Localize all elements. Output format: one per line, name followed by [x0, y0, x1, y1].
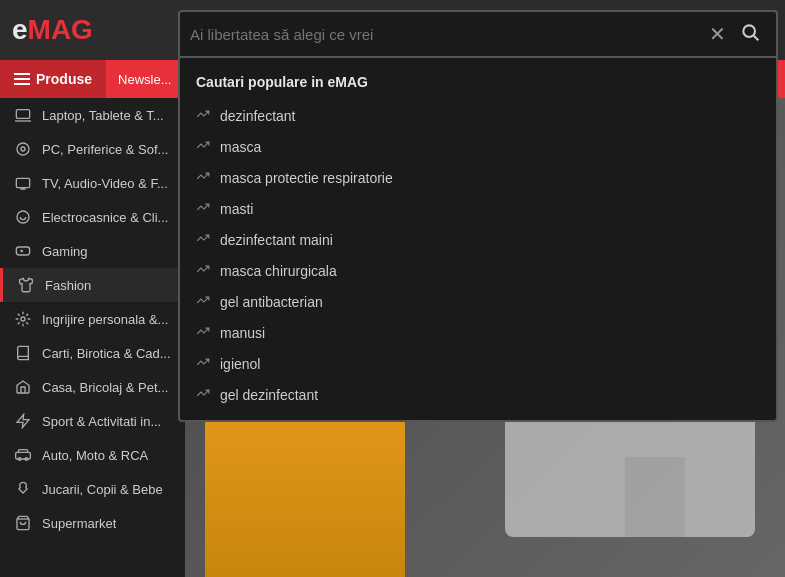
- pc-icon: [14, 140, 32, 158]
- logo-e-text: e: [12, 14, 28, 45]
- sidebar-item-label-casa: Casa, Bricolaj & Pet...: [42, 380, 168, 395]
- search-result-label-7: gel antibacterian: [220, 294, 323, 310]
- sidebar-item-label-laptop: Laptop, Tablete & T...: [42, 108, 164, 123]
- search-result-label-10: gel dezinfectant: [220, 387, 318, 403]
- search-result-3[interactable]: masca protectie respiratorie: [180, 162, 776, 193]
- search-dropdown-title: Cautari populare in eMAG: [180, 68, 776, 100]
- search-result-label-2: masca: [220, 139, 261, 155]
- search-result-label-9: igienol: [220, 356, 260, 372]
- svg-rect-3: [16, 178, 29, 187]
- nav-newsletter-label: Newsle...: [118, 72, 171, 87]
- svg-rect-8: [16, 452, 31, 459]
- sidebar-item-label-gaming: Gaming: [42, 244, 88, 259]
- svg-rect-0: [16, 110, 29, 119]
- trending-icon: [196, 262, 210, 279]
- svg-point-1: [17, 143, 29, 155]
- search-result-1[interactable]: dezinfectant: [180, 100, 776, 131]
- nav-produse[interactable]: Produse: [0, 60, 106, 98]
- search-result-label-1: dezinfectant: [220, 108, 296, 124]
- search-input[interactable]: [190, 26, 701, 43]
- search-result-label-5: dezinfectant maini: [220, 232, 333, 248]
- trending-icon: [196, 293, 210, 310]
- carti-icon: [14, 344, 32, 362]
- search-result-4[interactable]: masti: [180, 193, 776, 224]
- search-bar: ✕: [178, 10, 778, 58]
- search-result-label-6: masca chirurgicala: [220, 263, 337, 279]
- sidebar-item-jucarii[interactable]: Jucarii, Copii & Bebe: [0, 472, 185, 506]
- nav-produse-label: Produse: [36, 71, 92, 87]
- sidebar-item-label-carti: Carti, Birotica & Cad...: [42, 346, 171, 361]
- search-dropdown: Cautari populare in eMAG dezinfectantmas…: [178, 58, 778, 422]
- sidebar-item-label-auto: Auto, Moto & RCA: [42, 448, 148, 463]
- bg-book-decoration: [625, 457, 685, 537]
- trending-icon: [196, 386, 210, 403]
- electro-icon: [14, 208, 32, 226]
- trending-icon: [196, 138, 210, 155]
- svg-point-6: [21, 317, 25, 321]
- sidebar-item-carti[interactable]: Carti, Birotica & Cad...: [0, 336, 185, 370]
- logo-mag-text: MAG: [28, 14, 93, 45]
- trending-icon: [196, 355, 210, 372]
- sidebar-item-electro[interactable]: Electrocasnice & Cli...: [0, 200, 185, 234]
- sidebar-item-label-tv: TV, Audio-Video & F...: [42, 176, 168, 191]
- sidebar-item-gaming[interactable]: Gaming: [0, 234, 185, 268]
- ingrijire-icon: [14, 310, 32, 328]
- trending-icon: [196, 200, 210, 217]
- svg-point-2: [21, 147, 25, 151]
- sidebar-item-label-ingrijire: Ingrijire personala &...: [42, 312, 168, 327]
- nav-newsletter[interactable]: Newsle...: [106, 60, 183, 98]
- sidebar-item-laptop[interactable]: Laptop, Tablete & T...: [0, 98, 185, 132]
- sidebar-item-pc[interactable]: PC, Periferice & Sof...: [0, 132, 185, 166]
- logo[interactable]: eMAG: [12, 14, 93, 46]
- search-submit-button[interactable]: [734, 22, 766, 47]
- jucarii-icon: [14, 480, 32, 498]
- trending-icon: [196, 169, 210, 186]
- trending-icon: [196, 107, 210, 124]
- search-result-8[interactable]: manusi: [180, 317, 776, 348]
- trending-icon: [196, 231, 210, 248]
- super-icon: [14, 514, 32, 532]
- sidebar-item-label-electro: Electrocasnice & Cli...: [42, 210, 168, 225]
- tv-icon: [14, 174, 32, 192]
- hamburger-icon: [14, 73, 30, 85]
- fashion-icon: [17, 276, 35, 294]
- laptop-icon: [14, 106, 32, 124]
- sidebar-item-auto[interactable]: Auto, Moto & RCA: [0, 438, 185, 472]
- svg-point-4: [17, 211, 29, 223]
- search-result-5[interactable]: dezinfectant maini: [180, 224, 776, 255]
- sidebar-item-label-fashion: Fashion: [45, 278, 91, 293]
- svg-line-13: [754, 35, 759, 40]
- auto-icon: [14, 446, 32, 464]
- trending-icon: [196, 324, 210, 341]
- search-result-7[interactable]: gel antibacterian: [180, 286, 776, 317]
- casa-icon: [14, 378, 32, 396]
- svg-point-12: [743, 25, 755, 37]
- sidebar-item-label-super: Supermarket: [42, 516, 116, 531]
- search-result-6[interactable]: masca chirurgicala: [180, 255, 776, 286]
- sidebar-item-fashion[interactable]: Fashion: [0, 268, 185, 302]
- sidebar-item-casa[interactable]: Casa, Bricolaj & Pet...: [0, 370, 185, 404]
- sidebar-item-label-jucarii: Jucarii, Copii & Bebe: [42, 482, 163, 497]
- sidebar-item-label-sport: Sport & Activitati in...: [42, 414, 161, 429]
- gaming-icon: [14, 242, 32, 260]
- search-result-label-3: masca protectie respiratorie: [220, 170, 393, 186]
- sport-icon: [14, 412, 32, 430]
- sidebar-item-ingrijire[interactable]: Ingrijire personala &...: [0, 302, 185, 336]
- search-result-label-4: masti: [220, 201, 253, 217]
- search-result-label-8: manusi: [220, 325, 265, 341]
- search-overlay: ✕ Cautari populare in eMAG dezinfectantm…: [178, 10, 778, 422]
- sidebar-item-super[interactable]: Supermarket: [0, 506, 185, 540]
- search-result-9[interactable]: igienol: [180, 348, 776, 379]
- sidebar-item-label-pc: PC, Periferice & Sof...: [42, 142, 168, 157]
- search-result-10[interactable]: gel dezinfectant: [180, 379, 776, 410]
- sidebar-item-tv[interactable]: TV, Audio-Video & F...: [0, 166, 185, 200]
- svg-marker-7: [17, 414, 29, 427]
- search-result-2[interactable]: masca: [180, 131, 776, 162]
- sidebar: Laptop, Tablete & T...PC, Periferice & S…: [0, 98, 185, 577]
- search-clear-button[interactable]: ✕: [701, 24, 734, 44]
- sidebar-item-sport[interactable]: Sport & Activitati in...: [0, 404, 185, 438]
